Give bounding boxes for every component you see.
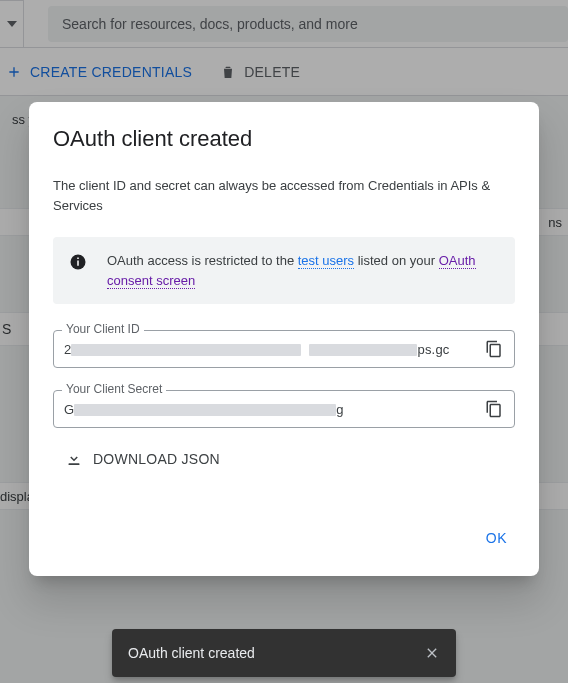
dialog-subtitle: The client ID and secret can always be a… xyxy=(53,176,515,215)
client-id-field: Your Client ID 2 ps.gc xyxy=(53,330,515,368)
toast-message: OAuth client created xyxy=(128,645,255,661)
client-secret-field: Your Client Secret Gg xyxy=(53,390,515,428)
copy-icon xyxy=(485,400,503,418)
svg-rect-1 xyxy=(77,261,79,266)
dialog-actions: OK xyxy=(53,524,515,552)
dialog-title: OAuth client created xyxy=(53,126,515,152)
info-icon xyxy=(69,253,87,271)
info-text-mid: listed on your xyxy=(354,253,439,268)
toast-close-button[interactable] xyxy=(420,641,444,665)
download-json-button[interactable]: DOWNLOAD JSON xyxy=(65,450,220,468)
client-id-suffix: ps.gc xyxy=(417,342,449,357)
download-json-label: DOWNLOAD JSON xyxy=(93,451,220,467)
client-id-label: Your Client ID xyxy=(62,322,144,336)
info-text: OAuth access is restricted to the test u… xyxy=(107,251,499,290)
svg-rect-3 xyxy=(69,464,80,466)
client-secret-label: Your Client Secret xyxy=(62,382,166,396)
client-secret-suffix: g xyxy=(336,402,343,417)
info-box: OAuth access is restricted to the test u… xyxy=(53,237,515,304)
client-secret-value[interactable]: Gg xyxy=(64,402,484,417)
copy-client-id-button[interactable] xyxy=(484,339,504,359)
download-icon xyxy=(65,450,83,468)
client-id-prefix: 2 xyxy=(64,342,71,357)
copy-icon xyxy=(485,340,503,358)
ok-button[interactable]: OK xyxy=(478,524,515,552)
copy-client-secret-button[interactable] xyxy=(484,399,504,419)
close-icon xyxy=(424,645,440,661)
client-secret-prefix: G xyxy=(64,402,74,417)
test-users-link[interactable]: test users xyxy=(298,253,354,269)
svg-rect-2 xyxy=(77,258,79,260)
toast: OAuth client created xyxy=(112,629,456,677)
info-text-pre: OAuth access is restricted to the xyxy=(107,253,298,268)
oauth-created-dialog: OAuth client created The client ID and s… xyxy=(29,102,539,576)
client-id-value[interactable]: 2 ps.gc xyxy=(64,342,484,357)
